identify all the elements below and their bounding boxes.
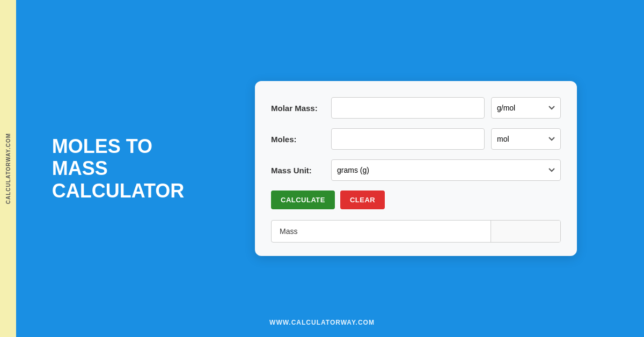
title-line2: MASS bbox=[52, 157, 185, 179]
title-line1: MOLES TO bbox=[52, 135, 185, 157]
sidebar-brand-text: CALCULATORWAY.COM bbox=[5, 133, 11, 204]
page-wrapper: CALCULATORWAY.COM MOLES TO MASS CALCULAT… bbox=[0, 0, 644, 337]
mass-unit-select[interactable]: grams (g) kilograms (kg) milligrams (mg) bbox=[331, 159, 561, 181]
mass-unit-row: Mass Unit: grams (g) kilograms (kg) mill… bbox=[271, 159, 561, 181]
result-value bbox=[491, 221, 560, 242]
yellow-sidebar-bar: CALCULATORWAY.COM bbox=[0, 0, 16, 337]
moles-input[interactable] bbox=[331, 128, 485, 150]
buttons-row: CALCULATE CLEAR bbox=[271, 191, 561, 209]
title-line3: CALCULATOR bbox=[52, 180, 185, 202]
moles-row: Moles: mol mmol kmol bbox=[271, 128, 561, 150]
clear-button[interactable]: CLEAR bbox=[340, 191, 385, 209]
title-section: MOLES TO MASS CALCULATOR bbox=[16, 0, 199, 337]
moles-unit-select[interactable]: mol mmol kmol bbox=[491, 128, 561, 150]
calculate-button[interactable]: CALCULATE bbox=[271, 191, 335, 209]
calculator-card: Molar Mass: g/mol kg/mol mg/mol Moles: m… bbox=[255, 81, 577, 256]
mass-unit-label: Mass Unit: bbox=[271, 166, 325, 175]
result-label: Mass bbox=[272, 221, 491, 242]
calculator-section: Molar Mass: g/mol kg/mol mg/mol Moles: m… bbox=[199, 0, 644, 337]
moles-label: Moles: bbox=[271, 135, 325, 144]
molar-mass-row: Molar Mass: g/mol kg/mol mg/mol bbox=[271, 97, 561, 119]
molar-mass-label: Molar Mass: bbox=[271, 104, 325, 113]
molar-mass-unit-select[interactable]: g/mol kg/mol mg/mol bbox=[491, 97, 561, 119]
result-row: Mass bbox=[271, 220, 561, 243]
footer-url: WWW.CALCULATORWAY.COM bbox=[269, 319, 375, 326]
molar-mass-input[interactable] bbox=[331, 97, 485, 119]
page-title: MOLES TO MASS CALCULATOR bbox=[52, 135, 185, 202]
